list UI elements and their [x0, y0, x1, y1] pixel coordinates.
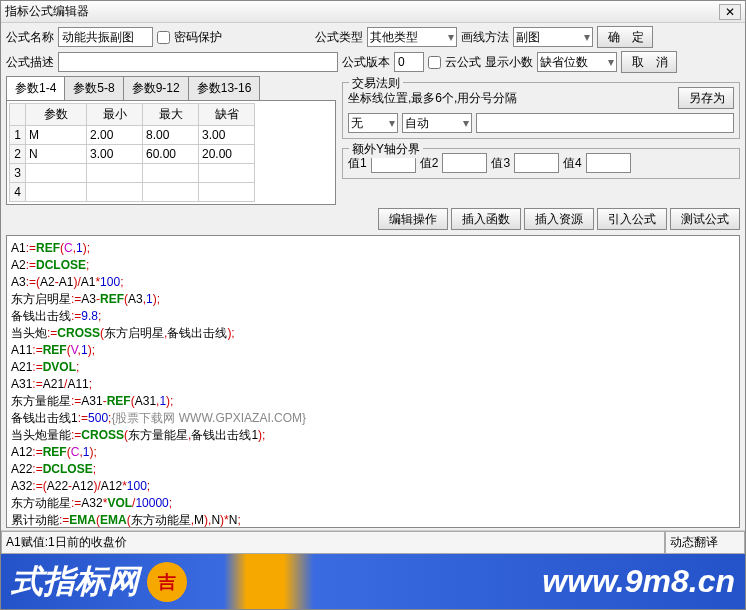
tab-2[interactable]: 参数9-12 — [123, 76, 189, 100]
ok-button[interactable]: 确 定 — [597, 26, 653, 48]
action-button[interactable]: 插入函数 — [451, 208, 521, 230]
formula-name-label: 公式名称 — [6, 29, 54, 46]
editor-window: 指标公式编辑器 ✕ 公式名称 密码保护 公式类型 其他类型▾ 画线方法 副图▾ … — [0, 0, 746, 610]
titlebar: 指标公式编辑器 ✕ — [1, 1, 745, 23]
action-button[interactable]: 编辑操作 — [378, 208, 448, 230]
draw-method-select[interactable]: 副图▾ — [513, 27, 593, 47]
save-as-button[interactable]: 另存为 — [678, 87, 734, 109]
v3-input[interactable] — [514, 153, 559, 173]
v4-input[interactable] — [586, 153, 631, 173]
formula-desc-input[interactable] — [58, 52, 338, 72]
coord-hint: 坐标线位置,最多6个,用分号分隔 — [348, 90, 674, 107]
trade-select-2[interactable]: 自动▾ — [402, 113, 472, 133]
password-checkbox[interactable] — [157, 31, 170, 44]
chevron-down-icon: ▾ — [604, 55, 614, 69]
formula-desc-label: 公式描述 — [6, 54, 54, 71]
param-cell[interactable] — [87, 183, 142, 201]
action-button[interactable]: 插入资源 — [524, 208, 594, 230]
password-label: 密码保护 — [174, 29, 222, 46]
coord-input[interactable] — [476, 113, 734, 133]
param-cell[interactable] — [199, 164, 254, 182]
mid-area: 参数1-4参数5-8参数9-12参数13-16 参数最小最大缺省1234 交易法… — [1, 76, 745, 205]
chevron-down-icon: ▾ — [580, 30, 590, 44]
param-cell[interactable] — [26, 145, 86, 163]
decimal-label: 显示小数 — [485, 54, 533, 71]
v3-label: 值3 — [491, 155, 510, 172]
cloud-checkbox[interactable] — [428, 56, 441, 69]
decimal-select[interactable]: 缺省位数▾ — [537, 52, 617, 72]
formula-name-input[interactable] — [58, 27, 153, 47]
formula-version-label: 公式版本 — [342, 54, 390, 71]
footer-banner: 式指标网 吉 www.9m8.cn — [1, 554, 745, 609]
footer-left: 式指标网 — [11, 560, 139, 604]
param-cell[interactable] — [26, 183, 86, 201]
window-title: 指标公式编辑器 — [5, 3, 719, 20]
y-axis-fieldset: 额外Y轴分界 值1 值2 值3 值4 — [342, 148, 740, 179]
action-toolbar: 编辑操作插入函数插入资源引入公式测试公式 — [1, 205, 745, 233]
action-button[interactable]: 引入公式 — [597, 208, 667, 230]
param-cell[interactable] — [199, 126, 254, 144]
coin-icon: 吉 — [147, 562, 187, 602]
status-right: 动态翻译 — [665, 531, 745, 554]
tab-3[interactable]: 参数13-16 — [188, 76, 261, 100]
close-icon[interactable]: ✕ — [719, 4, 741, 20]
param-grid: 参数最小最大缺省1234 — [6, 100, 336, 205]
trade-legend: 交易法则 — [349, 75, 403, 92]
formula-type-select[interactable]: 其他类型▾ — [367, 27, 457, 47]
yaxis-legend: 额外Y轴分界 — [349, 141, 423, 158]
code-editor[interactable]: A1:=REF(C,1);A2:=DCLOSE;A3:=(A2-A1)/A1*1… — [6, 235, 740, 528]
param-panel: 参数1-4参数5-8参数9-12参数13-16 参数最小最大缺省1234 — [6, 76, 336, 205]
formula-type-label: 公式类型 — [315, 29, 363, 46]
param-cell[interactable] — [87, 145, 142, 163]
cloud-label: 云公式 — [445, 54, 481, 71]
param-cell[interactable] — [143, 126, 198, 144]
trade-rule-fieldset: 交易法则 坐标线位置,最多6个,用分号分隔 另存为 无▾ 自动▾ — [342, 82, 740, 139]
chevron-down-icon: ▾ — [444, 30, 454, 44]
param-cell[interactable] — [143, 164, 198, 182]
status-left: A1赋值:1日前的收盘价 — [1, 531, 665, 554]
chevron-down-icon: ▾ — [385, 116, 395, 130]
cancel-button[interactable]: 取 消 — [621, 51, 677, 73]
v2-input[interactable] — [442, 153, 487, 173]
draw-method-label: 画线方法 — [461, 29, 509, 46]
param-cell[interactable] — [199, 183, 254, 201]
param-cell[interactable] — [26, 126, 86, 144]
param-cell[interactable] — [26, 164, 86, 182]
v4-label: 值4 — [563, 155, 582, 172]
param-cell[interactable] — [87, 164, 142, 182]
param-tabs: 参数1-4参数5-8参数9-12参数13-16 — [6, 76, 336, 100]
footer-right: www.9m8.cn — [542, 563, 735, 600]
tab-0[interactable]: 参数1-4 — [6, 76, 65, 100]
action-button[interactable]: 测试公式 — [670, 208, 740, 230]
param-cell[interactable] — [143, 183, 198, 201]
formula-version-input[interactable] — [394, 52, 424, 72]
tab-1[interactable]: 参数5-8 — [64, 76, 123, 100]
param-cell[interactable] — [87, 126, 142, 144]
chevron-down-icon: ▾ — [459, 116, 469, 130]
trade-select-1[interactable]: 无▾ — [348, 113, 398, 133]
top-form: 公式名称 密码保护 公式类型 其他类型▾ 画线方法 副图▾ 确 定 公式描述 公… — [1, 23, 745, 76]
status-bar: A1赋值:1日前的收盘价 动态翻译 — [1, 530, 745, 554]
param-cell[interactable] — [143, 145, 198, 163]
param-cell[interactable] — [199, 145, 254, 163]
